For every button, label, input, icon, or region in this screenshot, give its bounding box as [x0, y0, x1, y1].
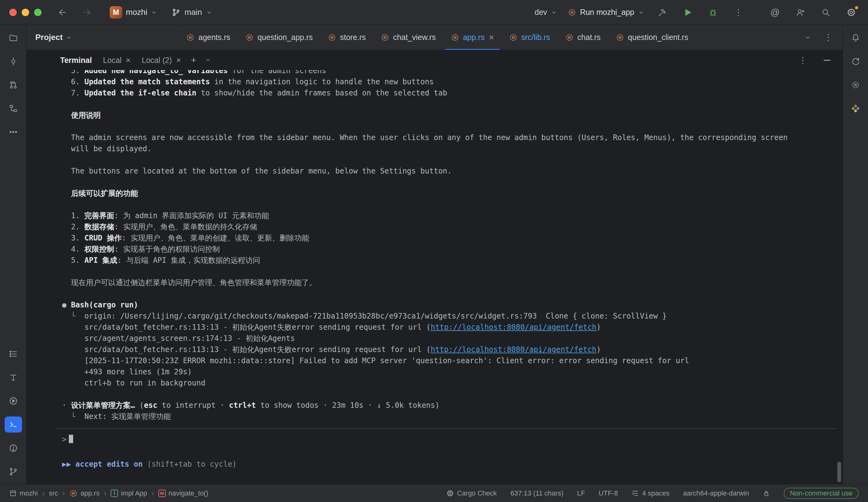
chevron-down-icon	[551, 9, 557, 15]
terminal-tab-terminal[interactable]: Terminal	[54, 50, 97, 70]
terminal-scrollbar[interactable]	[837, 462, 841, 482]
terminal-tab-local-2[interactable]: Local (2)×	[136, 50, 186, 70]
tab-label: agents.rs	[198, 33, 230, 42]
terminal-cursor	[69, 435, 73, 443]
settings-button[interactable]	[844, 5, 859, 20]
close-tab-icon[interactable]: ×	[489, 33, 494, 42]
target-widget[interactable]: aarch64-apple-darwin	[683, 489, 749, 497]
line-ending-widget[interactable]: LF	[577, 489, 585, 497]
hidden-tabs-button[interactable]	[800, 30, 815, 45]
close-tab-icon[interactable]: ×	[126, 56, 131, 64]
minimize-window-button[interactable]	[22, 9, 29, 16]
cargo-sync-button[interactable]	[847, 53, 864, 70]
rust-file-icon: R	[565, 33, 574, 42]
rust-file-icon: R	[69, 489, 78, 498]
forward-button[interactable]	[79, 5, 94, 20]
branch-widget[interactable]: main	[172, 8, 212, 17]
minimize-icon	[824, 60, 830, 61]
services-tool-button[interactable]	[5, 393, 22, 409]
terminal-tab-local[interactable]: Local×	[97, 50, 136, 70]
project-panel-header[interactable]: Project	[27, 25, 178, 50]
license-badge[interactable]: Non-commercial use	[784, 488, 859, 499]
cargo-check-widget[interactable]: Cargo Check	[446, 489, 497, 497]
editor-tabs-options-button[interactable]: ⋮	[821, 30, 836, 45]
bookmarks-tool-button[interactable]	[5, 369, 22, 386]
breadcrumb-item-impl-app[interactable]: Iimpl App	[111, 489, 147, 497]
indent-widget[interactable]: 4 spaces	[631, 489, 669, 497]
run-button[interactable]	[680, 5, 695, 20]
readonly-toggle[interactable]	[763, 490, 770, 497]
pull-requests-tool-button[interactable]	[5, 77, 22, 93]
ai-assistant-button[interactable]: @	[767, 5, 783, 20]
terminal-options-button[interactable]: ⋮	[795, 53, 810, 67]
commit-tool-button[interactable]	[5, 53, 22, 70]
hide-terminal-button[interactable]	[820, 53, 835, 67]
terminal-line: 7. Updated the if-else chain to show/hid…	[62, 87, 836, 98]
terminal-link[interactable]: http://localhost:8080/api/agent/fetch	[431, 323, 597, 332]
close-tab-icon[interactable]: ×	[176, 56, 181, 64]
add-user-icon	[796, 8, 805, 17]
editor-tab-question-client-rs[interactable]: Rquestion_client.rs	[608, 25, 696, 50]
notifications-button[interactable]	[847, 30, 864, 46]
caret-position-widget[interactable]: 637:13 (11 chars)	[510, 489, 564, 497]
svg-text:R: R	[512, 35, 515, 40]
terminal-line	[62, 389, 836, 400]
editor-tab-chat-rs[interactable]: Rchat.rs	[558, 25, 608, 50]
terminal-output[interactable]: 5. Added new navigate_to_ variables for …	[27, 70, 843, 484]
terminal-prompt[interactable]: >	[62, 434, 836, 445]
terminal-mode-indicator: ▶▶ accept edits on (shift+tab to cycle)	[62, 459, 836, 470]
breadcrumb-item-navigate-to[interactable]: mnavigate_to()	[158, 489, 208, 497]
breadcrumb-item-mozhi[interactable]: mozhi	[9, 489, 38, 497]
project-tool-button[interactable]	[5, 30, 22, 46]
terminal-line	[62, 98, 836, 110]
project-icon: M	[110, 6, 122, 19]
run-play-icon	[683, 8, 692, 17]
env-selector[interactable]: dev	[535, 8, 557, 17]
tab-label: question_app.rs	[258, 33, 313, 42]
todo-tool-button[interactable]	[5, 346, 22, 362]
encoding-widget[interactable]: UTF-8	[599, 489, 618, 497]
terminal-line: └ origin: /Users/lijing/.cargo/git/check…	[62, 311, 836, 322]
editor-tab-agents-rs[interactable]: Ragents.rs	[178, 25, 238, 50]
editor-tab-src-lib-rs[interactable]: Rsrc/lib.rs	[502, 25, 558, 50]
structure-tool-button[interactable]	[5, 101, 22, 116]
terminal-tool-button[interactable]	[5, 417, 22, 432]
problems-tool-button[interactable]	[5, 440, 22, 456]
editor-tab-store-rs[interactable]: Rstore.rs	[320, 25, 373, 50]
build-button[interactable]	[655, 5, 670, 20]
svg-text:R: R	[383, 35, 386, 40]
close-window-button[interactable]	[9, 9, 17, 16]
breadcrumb-separator: ›	[104, 489, 106, 498]
project-name: mozhi	[126, 8, 147, 17]
terminal-line: 5. API 集成: 与后端 API 集成，实现数据的远程访问	[62, 255, 836, 266]
editor-tab-question-app-rs[interactable]: Rquestion_app.rs	[238, 25, 320, 50]
editor-tab-chat-view-rs[interactable]: Rchat_view.rs	[373, 25, 443, 50]
search-everywhere-button[interactable]	[818, 5, 833, 20]
debug-button[interactable]	[705, 5, 721, 20]
run-configuration-name: Run mozhi_app	[580, 8, 634, 17]
svg-text:R: R	[330, 35, 333, 40]
terminal-prompt-area[interactable]: > ▶▶ accept edits on (shift+tab to cycle…	[57, 428, 836, 470]
project-widget[interactable]: M mozhi	[110, 6, 157, 19]
code-with-me-button[interactable]	[793, 5, 808, 20]
crates-tool-button[interactable]: R	[847, 77, 864, 93]
plugins-tool-button[interactable]	[847, 101, 864, 116]
terminal-link[interactable]: http://localhost:8080/api/agent/fetch	[431, 345, 597, 354]
version-control-tool-button[interactable]	[5, 463, 22, 480]
more-actions-button[interactable]: ⋮	[731, 5, 746, 20]
terminal-line: src/agent/agents_screen.rs:174:13 - 初始化A…	[62, 333, 836, 344]
breadcrumb-item-src[interactable]: src	[49, 489, 58, 497]
debug-bug-icon	[708, 8, 718, 17]
back-button[interactable]	[55, 5, 70, 20]
build-hammer-icon	[658, 8, 667, 17]
new-terminal-button[interactable]: +	[187, 55, 201, 65]
breadcrumb-item-app-rs[interactable]: Rapp.rs	[69, 489, 100, 498]
breadcrumb-label: app.rs	[81, 489, 100, 497]
run-configuration-selector[interactable]: R Run mozhi_app	[568, 8, 644, 17]
zoom-window-button[interactable]	[34, 9, 42, 16]
terminal-line: 4. 权限控制: 实现基于角色的权限访问控制	[62, 243, 836, 255]
breadcrumb-separator: ›	[152, 489, 154, 498]
new-terminal-dropdown-button[interactable]	[200, 53, 216, 67]
editor-tab-app-rs[interactable]: Rapp.rs×	[443, 25, 502, 50]
more-tool-windows-button[interactable]	[5, 124, 22, 140]
